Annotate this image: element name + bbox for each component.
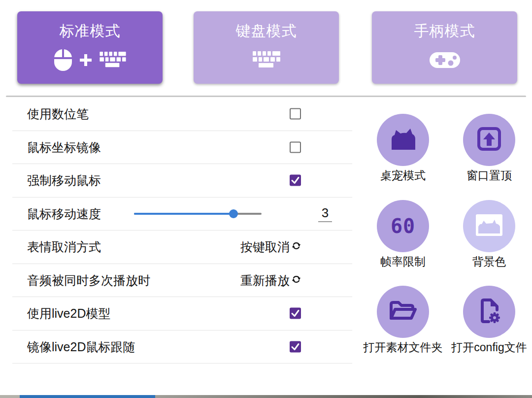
- image-icon: [474, 213, 504, 239]
- setting-row-force-move-mouse: 强制移动鼠标: [12, 164, 352, 198]
- setting-label: 镜像live2D鼠标跟随: [27, 338, 135, 355]
- cycle-icon: [291, 273, 301, 287]
- open-config-file-button[interactable]: [463, 286, 515, 338]
- plus-icon: [79, 53, 93, 69]
- setting-row-digitizer-pen: 使用数位笔: [12, 98, 352, 131]
- mouse-speed-value-field[interactable]: 3: [308, 205, 342, 222]
- settings-list: 使用数位笔 鼠标坐标镜像 强制移动鼠标 鼠标移动速度: [12, 98, 352, 364]
- select-value: 重新播放: [240, 272, 290, 288]
- tab-standard-mode[interactable]: 标准模式: [17, 11, 163, 84]
- setting-label: 强制移动鼠标: [27, 172, 101, 189]
- mouse-icon: [53, 48, 73, 74]
- audio-replay-select[interactable]: 重新播放: [240, 272, 301, 288]
- setting-row-expression-cancel: 表情取消方式 按键取消: [12, 231, 352, 264]
- tab-keyboard-label: 键盘模式: [236, 21, 297, 41]
- background-color-button[interactable]: [463, 200, 515, 252]
- open-assets-folder-button[interactable]: [377, 286, 429, 338]
- setting-label: 使用数位笔: [27, 106, 89, 122]
- keyboard-icon: [251, 50, 282, 72]
- window-pin-icon: [476, 126, 502, 154]
- setting-label: 表情取消方式: [27, 239, 101, 255]
- mouse-mirror-checkbox[interactable]: [290, 141, 301, 153]
- open-assets-folder-label: 打开素材文件夹: [354, 340, 452, 355]
- setting-row-mouse-mirror: 鼠标坐标镜像: [12, 131, 352, 165]
- digitizer-pen-checkbox[interactable]: [290, 108, 301, 120]
- setting-label: 鼠标坐标镜像: [27, 139, 101, 155]
- settings-window: 标准模式: [0, 0, 532, 398]
- setting-row-audio-replay: 音频被同时多次播放时 重新播放: [12, 264, 352, 298]
- setting-row-mouse-speed: 鼠标移动速度 3: [12, 198, 352, 231]
- setting-row-live2d-mirror-follow: 镜像live2D鼠标跟随: [12, 331, 352, 364]
- desktop-pet-mode-button[interactable]: [377, 114, 429, 166]
- keyboard-icon: [99, 51, 127, 71]
- tab-gamepad-mode[interactable]: 手柄模式: [372, 11, 517, 84]
- setting-label: 音频被同时多次播放时: [27, 272, 150, 288]
- setting-label: 使用live2D模型: [27, 305, 110, 322]
- force-move-mouse-checkbox[interactable]: [290, 175, 301, 186]
- setting-row-live2d-model: 使用live2D模型: [12, 297, 352, 331]
- live2d-mirror-follow-checkbox[interactable]: [290, 341, 301, 352]
- cat-icon: [388, 127, 418, 153]
- cycle-icon: [291, 240, 301, 254]
- window-pin-button[interactable]: [463, 114, 515, 166]
- tab-separator: [6, 96, 526, 97]
- mouse-speed-slider[interactable]: [134, 209, 262, 218]
- edge-segment-blue: [20, 395, 155, 398]
- slider-thumb[interactable]: [229, 209, 238, 218]
- setting-label: 鼠标移动速度: [27, 205, 101, 222]
- fps-badge: 60: [391, 215, 415, 237]
- file-gear-icon: [477, 297, 501, 327]
- expression-cancel-select[interactable]: 按键取消: [240, 239, 301, 255]
- mouse-speed-value: 3: [318, 205, 332, 222]
- desktop-pet-mode-label: 桌宠模式: [354, 168, 452, 183]
- fps-limit-button[interactable]: 60: [377, 200, 429, 252]
- edge-segment-left: [0, 395, 20, 398]
- open-config-file-label: 打开config文件: [440, 340, 532, 355]
- edge-segment-gray: [155, 395, 532, 398]
- fps-limit-label: 帧率限制: [354, 254, 452, 269]
- tab-gamepad-label: 手柄模式: [414, 21, 475, 41]
- background-window-edge: [0, 395, 532, 398]
- live2d-model-checkbox[interactable]: [290, 308, 301, 319]
- window-pin-label: 窗口置顶: [440, 168, 532, 183]
- tab-keyboard-mode[interactable]: 键盘模式: [194, 11, 339, 84]
- tab-standard-label: 标准模式: [60, 21, 121, 41]
- gamepad-icon: [429, 50, 461, 72]
- slider-fill: [134, 213, 233, 215]
- background-color-label: 背景色: [440, 254, 532, 269]
- folder-open-icon: [389, 299, 417, 324]
- select-value: 按键取消: [240, 239, 290, 255]
